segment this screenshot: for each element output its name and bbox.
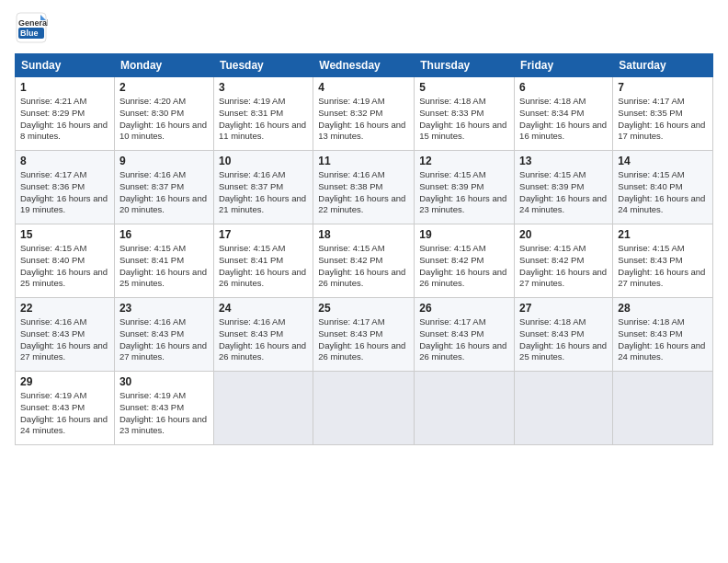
sunrise-label: Sunrise: 4:17 AM (318, 316, 384, 327)
calendar-day-cell: 16 Sunrise: 4:15 AM Sunset: 8:41 PM Dayl… (114, 224, 213, 298)
daylight-label: Daylight: 16 hours and 25 minutes. (519, 340, 607, 362)
sunrise-label: Sunrise: 4:17 AM (618, 96, 684, 106)
daylight-label: Daylight: 16 hours and 22 minutes. (318, 193, 405, 215)
sunset-label: Sunset: 8:43 PM (618, 328, 682, 339)
sunset-label: Sunset: 8:42 PM (519, 255, 584, 265)
day-number: 15 (20, 228, 109, 241)
day-info: Sunrise: 4:15 AM Sunset: 8:43 PM Dayligh… (618, 243, 708, 290)
day-number: 25 (318, 302, 409, 315)
sunset-label: Sunset: 8:31 PM (219, 108, 283, 118)
sunrise-label: Sunrise: 4:15 AM (119, 243, 186, 253)
sunrise-label: Sunrise: 4:17 AM (419, 316, 485, 327)
day-number: 21 (618, 228, 708, 241)
day-number: 26 (419, 302, 509, 315)
sunset-label: Sunset: 8:40 PM (20, 255, 85, 265)
day-number: 4 (318, 81, 409, 94)
sunset-label: Sunset: 8:32 PM (318, 108, 382, 118)
day-info: Sunrise: 4:16 AM Sunset: 8:43 PM Dayligh… (20, 316, 109, 363)
sunset-label: Sunset: 8:43 PM (119, 402, 184, 412)
calendar-day-cell: 9 Sunrise: 4:16 AM Sunset: 8:37 PM Dayli… (114, 151, 213, 224)
day-number: 30 (119, 375, 209, 388)
sunset-label: Sunset: 8:37 PM (119, 181, 184, 191)
daylight-label: Daylight: 16 hours and 24 minutes. (20, 414, 108, 436)
daylight-label: Daylight: 16 hours and 19 minutes. (20, 193, 108, 215)
sunrise-label: Sunrise: 4:15 AM (519, 169, 586, 179)
calendar-day-cell: 26 Sunrise: 4:17 AM Sunset: 8:43 PM Dayl… (415, 298, 515, 372)
calendar-day-cell: 3 Sunrise: 4:19 AM Sunset: 8:31 PM Dayli… (213, 77, 313, 151)
daylight-label: Daylight: 16 hours and 26 minutes. (318, 340, 405, 362)
sunset-label: Sunset: 8:43 PM (419, 328, 483, 339)
daylight-label: Daylight: 16 hours and 13 minutes. (318, 120, 405, 142)
weekday-header: Wednesday (313, 54, 415, 77)
daylight-label: Daylight: 16 hours and 26 minutes. (318, 267, 405, 289)
calendar-day-cell (313, 372, 415, 445)
calendar-day-cell: 12 Sunrise: 4:15 AM Sunset: 8:39 PM Dayl… (415, 151, 515, 224)
day-number: 17 (219, 228, 308, 241)
sunrise-label: Sunrise: 4:16 AM (119, 169, 186, 179)
daylight-label: Daylight: 16 hours and 20 minutes. (119, 193, 207, 215)
day-number: 7 (618, 81, 708, 94)
daylight-label: Daylight: 16 hours and 16 minutes. (519, 120, 607, 142)
day-info: Sunrise: 4:17 AM Sunset: 8:43 PM Dayligh… (419, 316, 509, 363)
day-info: Sunrise: 4:16 AM Sunset: 8:43 PM Dayligh… (219, 316, 308, 363)
day-info: Sunrise: 4:18 AM Sunset: 8:33 PM Dayligh… (419, 96, 509, 143)
daylight-label: Daylight: 16 hours and 25 minutes. (119, 267, 207, 289)
calendar-table: SundayMondayTuesdayWednesdayThursdayFrid… (15, 53, 713, 445)
sunset-label: Sunset: 8:39 PM (519, 181, 584, 191)
sunrise-label: Sunrise: 4:16 AM (119, 316, 186, 327)
daylight-label: Daylight: 16 hours and 27 minutes. (119, 340, 207, 362)
day-number: 2 (119, 81, 209, 94)
daylight-label: Daylight: 16 hours and 26 minutes. (419, 267, 506, 289)
sunset-label: Sunset: 8:43 PM (519, 328, 584, 339)
day-info: Sunrise: 4:16 AM Sunset: 8:37 PM Dayligh… (119, 169, 209, 216)
calendar-day-cell: 10 Sunrise: 4:16 AM Sunset: 8:37 PM Dayl… (213, 151, 313, 224)
weekday-header: Friday (515, 54, 613, 77)
day-info: Sunrise: 4:15 AM Sunset: 8:42 PM Dayligh… (419, 243, 509, 290)
day-info: Sunrise: 4:16 AM Sunset: 8:38 PM Dayligh… (318, 169, 409, 216)
sunrise-label: Sunrise: 4:15 AM (519, 243, 586, 253)
day-number: 28 (618, 302, 708, 315)
day-number: 6 (519, 81, 608, 94)
sunset-label: Sunset: 8:43 PM (20, 328, 85, 339)
day-info: Sunrise: 4:16 AM Sunset: 8:43 PM Dayligh… (119, 316, 209, 363)
weekday-header: Saturday (613, 54, 713, 77)
svg-text:Blue: Blue (20, 29, 39, 38)
day-number: 11 (318, 155, 409, 167)
calendar-day-cell: 5 Sunrise: 4:18 AM Sunset: 8:33 PM Dayli… (415, 77, 515, 151)
day-number: 23 (119, 302, 209, 315)
day-number: 12 (419, 155, 509, 167)
calendar-day-cell (213, 372, 313, 445)
day-number: 5 (419, 81, 509, 94)
daylight-label: Daylight: 16 hours and 26 minutes. (219, 340, 306, 362)
day-number: 13 (519, 155, 608, 167)
sunrise-label: Sunrise: 4:15 AM (318, 243, 384, 253)
calendar-day-cell: 25 Sunrise: 4:17 AM Sunset: 8:43 PM Dayl… (313, 298, 415, 372)
day-info: Sunrise: 4:15 AM Sunset: 8:40 PM Dayligh… (618, 169, 708, 216)
day-info: Sunrise: 4:15 AM Sunset: 8:42 PM Dayligh… (519, 243, 608, 290)
sunset-label: Sunset: 8:42 PM (419, 255, 483, 265)
sunset-label: Sunset: 8:43 PM (618, 255, 682, 265)
daylight-label: Daylight: 16 hours and 26 minutes. (419, 340, 506, 362)
day-number: 14 (618, 155, 708, 167)
day-number: 20 (519, 228, 608, 241)
day-info: Sunrise: 4:17 AM Sunset: 8:35 PM Dayligh… (618, 96, 708, 143)
daylight-label: Daylight: 16 hours and 24 minutes. (618, 193, 705, 215)
day-info: Sunrise: 4:18 AM Sunset: 8:43 PM Dayligh… (519, 316, 608, 363)
day-number: 24 (219, 302, 308, 315)
weekday-header: Tuesday (213, 54, 313, 77)
weekday-header: Sunday (16, 54, 115, 77)
daylight-label: Daylight: 16 hours and 23 minutes. (419, 193, 506, 215)
day-number: 16 (119, 228, 209, 241)
sunrise-label: Sunrise: 4:18 AM (519, 96, 586, 106)
calendar-header-row: SundayMondayTuesdayWednesdayThursdayFrid… (16, 54, 713, 77)
sunrise-label: Sunrise: 4:17 AM (20, 169, 86, 179)
daylight-label: Daylight: 16 hours and 10 minutes. (119, 120, 207, 142)
sunset-label: Sunset: 8:30 PM (119, 108, 184, 118)
day-info: Sunrise: 4:16 AM Sunset: 8:37 PM Dayligh… (219, 169, 308, 216)
sunrise-label: Sunrise: 4:19 AM (318, 96, 384, 106)
calendar-day-cell: 24 Sunrise: 4:16 AM Sunset: 8:43 PM Dayl… (213, 298, 313, 372)
calendar-day-cell: 20 Sunrise: 4:15 AM Sunset: 8:42 PM Dayl… (515, 224, 613, 298)
day-info: Sunrise: 4:17 AM Sunset: 8:36 PM Dayligh… (20, 169, 109, 216)
sunset-label: Sunset: 8:40 PM (618, 181, 682, 191)
calendar-week-row: 1 Sunrise: 4:21 AM Sunset: 8:29 PM Dayli… (16, 77, 713, 151)
